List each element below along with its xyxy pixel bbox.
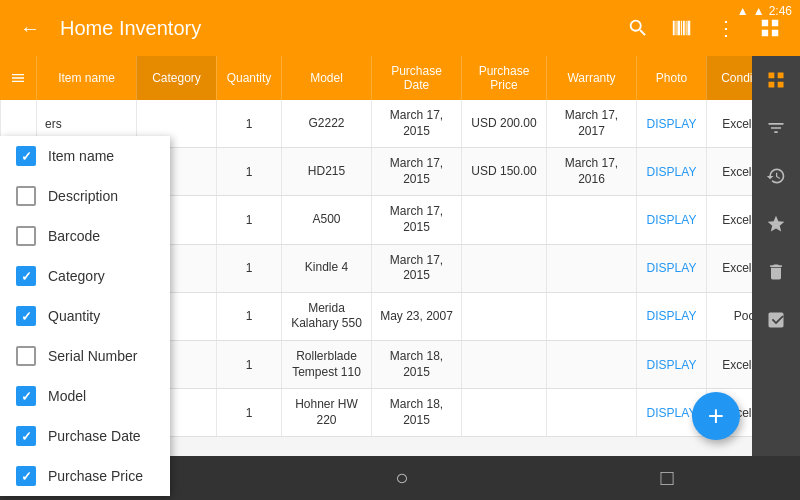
- cell-photo[interactable]: DISPLAY: [636, 196, 706, 243]
- cell-purchase-price: [461, 341, 546, 388]
- wifi-icon: ▲: [737, 4, 749, 18]
- cell-photo[interactable]: DISPLAY: [636, 341, 706, 388]
- status-bar: ▲ ▲ 2:46: [729, 0, 800, 22]
- sidebar-star-icon[interactable]: [752, 200, 800, 248]
- checkbox-purchase-price[interactable]: [16, 466, 36, 486]
- checkbox-serial-number[interactable]: [16, 346, 36, 366]
- col-header-warranty: Warranty: [546, 56, 636, 100]
- filter-barcode[interactable]: Barcode: [0, 216, 170, 256]
- cell-quantity: 1: [216, 389, 281, 436]
- photo-display-link[interactable]: DISPLAY: [647, 309, 697, 323]
- cell-quantity: 1: [216, 341, 281, 388]
- col-header-purchase-price: Purchase Price: [461, 56, 546, 100]
- cell-condition: Poor: [706, 293, 752, 340]
- cell-quantity: 1: [216, 100, 281, 147]
- filter-purchase-date[interactable]: Purchase Date: [0, 416, 170, 456]
- photo-display-link[interactable]: DISPLAY: [647, 165, 697, 179]
- filter-label-purchase-price: Purchase Price: [48, 468, 143, 484]
- filter-description[interactable]: Description: [0, 176, 170, 216]
- right-sidebar: [752, 56, 800, 500]
- cell-purchase-price: [461, 196, 546, 243]
- cell-warranty: [546, 389, 636, 436]
- photo-display-link[interactable]: DISPLAY: [647, 117, 697, 131]
- filter-category[interactable]: Category: [0, 256, 170, 296]
- cell-photo[interactable]: DISPLAY: [636, 245, 706, 292]
- photo-display-link[interactable]: DISPLAY: [647, 358, 697, 372]
- cell-model: HD215: [281, 148, 371, 195]
- col-header-condition: Condition: [706, 56, 752, 100]
- cell-purchase-price: [461, 293, 546, 340]
- col-header-photo: Photo: [636, 56, 706, 100]
- cell-condition: Excellent: [706, 196, 752, 243]
- filter-model[interactable]: Model: [0, 376, 170, 416]
- filter-item-name[interactable]: Item name: [0, 136, 170, 176]
- cell-warranty: [546, 341, 636, 388]
- cell-purchase-date: March 17, 2015: [371, 196, 461, 243]
- filter-quantity[interactable]: Quantity: [0, 296, 170, 336]
- photo-display-link[interactable]: DISPLAY: [647, 261, 697, 275]
- col-header-category: Category: [136, 56, 216, 100]
- cell-warranty: [546, 245, 636, 292]
- filter-label-serial-number: Serial Number: [48, 348, 137, 364]
- app-title: Home Inventory: [60, 17, 201, 40]
- checkbox-item-name[interactable]: [16, 146, 36, 166]
- cell-purchase-price: [461, 245, 546, 292]
- cell-model: Merida Kalahary 550: [281, 293, 371, 340]
- cell-purchase-date: March 17, 2015: [371, 100, 461, 147]
- cell-purchase-date: March 17, 2015: [371, 245, 461, 292]
- cell-quantity: 1: [216, 148, 281, 195]
- checkbox-model[interactable]: [16, 386, 36, 406]
- cell-condition: Excellent: [706, 245, 752, 292]
- cell-model: Kindle 4: [281, 245, 371, 292]
- barcode-icon[interactable]: [664, 10, 700, 46]
- checkbox-category[interactable]: [16, 266, 36, 286]
- signal-icon: ▲: [753, 4, 765, 18]
- sidebar-history-icon[interactable]: [752, 152, 800, 200]
- filter-label-purchase-date: Purchase Date: [48, 428, 141, 444]
- cell-warranty: March 17, 2017: [546, 100, 636, 147]
- filter-label-item-name: Item name: [48, 148, 114, 164]
- filter-serial-number[interactable]: Serial Number: [0, 336, 170, 376]
- photo-display-link[interactable]: DISPLAY: [647, 406, 697, 420]
- add-fab[interactable]: +: [692, 392, 740, 440]
- nav-home[interactable]: ○: [395, 465, 408, 491]
- search-icon[interactable]: [620, 10, 656, 46]
- cell-quantity: 1: [216, 245, 281, 292]
- cell-purchase-price: USD 150.00: [461, 148, 546, 195]
- checkbox-description[interactable]: [16, 186, 36, 206]
- cell-model: Hohner HW 220: [281, 389, 371, 436]
- cell-quantity: 1: [216, 196, 281, 243]
- filter-purchase-price[interactable]: Purchase Price: [0, 456, 170, 496]
- cell-photo[interactable]: DISPLAY: [636, 100, 706, 147]
- filter-label-model: Model: [48, 388, 86, 404]
- column-filter-panel: Item name Description Barcode Category Q…: [0, 136, 170, 496]
- cell-photo[interactable]: DISPLAY: [636, 148, 706, 195]
- photo-display-link[interactable]: DISPLAY: [647, 213, 697, 227]
- checkbox-purchase-date[interactable]: [16, 426, 36, 446]
- checkbox-barcode[interactable]: [16, 226, 36, 246]
- sidebar-chart-icon[interactable]: [752, 296, 800, 344]
- sidebar-filter-icon[interactable]: [752, 104, 800, 152]
- col-header-quantity: Quantity: [216, 56, 281, 100]
- cell-purchase-date: May 23, 2007: [371, 293, 461, 340]
- filter-label-category: Category: [48, 268, 105, 284]
- col-header-model: Model: [281, 56, 371, 100]
- sidebar-delete-icon[interactable]: [752, 248, 800, 296]
- cell-photo[interactable]: DISPLAY: [636, 293, 706, 340]
- checkbox-quantity[interactable]: [16, 306, 36, 326]
- cell-warranty: March 17, 2016: [546, 148, 636, 195]
- filter-label-quantity: Quantity: [48, 308, 100, 324]
- header-icon: [0, 56, 36, 100]
- nav-recent[interactable]: □: [661, 465, 674, 491]
- cell-condition: Excellent: [706, 148, 752, 195]
- cell-model: Rollerblade Tempest 110: [281, 341, 371, 388]
- cell-purchase-date: March 18, 2015: [371, 341, 461, 388]
- filter-label-description: Description: [48, 188, 118, 204]
- filter-label-barcode: Barcode: [48, 228, 100, 244]
- time: 2:46: [769, 4, 792, 18]
- sidebar-grid-icon[interactable]: [752, 56, 800, 104]
- back-button[interactable]: ←: [12, 10, 48, 46]
- cell-purchase-date: March 18, 2015: [371, 389, 461, 436]
- cell-condition: Excellent: [706, 100, 752, 147]
- cell-purchase-price: [461, 389, 546, 436]
